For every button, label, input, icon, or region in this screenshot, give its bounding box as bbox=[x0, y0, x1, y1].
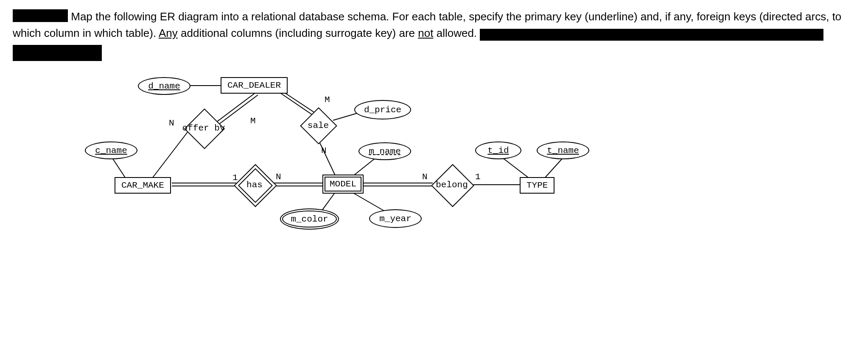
entity-model: MODEL bbox=[322, 175, 364, 194]
attr-m-name: m_name bbox=[358, 142, 411, 160]
attr-m-color: m_color bbox=[280, 208, 339, 230]
svg-line-5 bbox=[153, 129, 190, 178]
svg-line-20 bbox=[545, 156, 564, 178]
attr-c-name: c_name bbox=[85, 141, 137, 159]
entity-type: TYPE bbox=[520, 177, 554, 194]
question-part2: additional columns (including surrogate … bbox=[181, 27, 418, 39]
attr-m-year: m_year bbox=[369, 209, 422, 228]
question-text: Map the following ER diagram into a rela… bbox=[13, 8, 855, 61]
redacted-block-1 bbox=[13, 9, 68, 22]
card-sale-dealer: M bbox=[325, 95, 330, 105]
svg-line-1 bbox=[214, 93, 255, 124]
redacted-block-3 bbox=[13, 45, 102, 61]
card-offer-make: N bbox=[169, 118, 174, 128]
svg-line-19 bbox=[501, 156, 528, 178]
card-has-model: N bbox=[276, 172, 281, 182]
svg-line-11 bbox=[318, 139, 336, 176]
card-has-make: 1 bbox=[232, 173, 238, 183]
attr-d-name: d_name bbox=[138, 77, 190, 95]
question-not: not bbox=[418, 27, 433, 39]
card-belong-model: N bbox=[422, 172, 428, 182]
card-sale-model: N bbox=[321, 146, 327, 155]
entity-car-make: CAR_MAKE bbox=[115, 177, 171, 194]
er-diagram: d_name c_name d_price m_name m_color m_y… bbox=[81, 74, 675, 256]
question-any: Any bbox=[159, 27, 178, 39]
card-offer-dealer: M bbox=[250, 116, 256, 126]
question-part3: allowed. bbox=[437, 27, 480, 39]
attr-d-price: d_price bbox=[354, 100, 411, 119]
card-belong-type: 1 bbox=[475, 172, 481, 182]
svg-line-6 bbox=[111, 156, 125, 178]
attr-t-id: t_id bbox=[475, 141, 521, 159]
entity-car-dealer: CAR_DEALER bbox=[221, 77, 288, 94]
attr-t-name: t_name bbox=[537, 141, 589, 159]
redacted-block-2 bbox=[480, 29, 823, 41]
